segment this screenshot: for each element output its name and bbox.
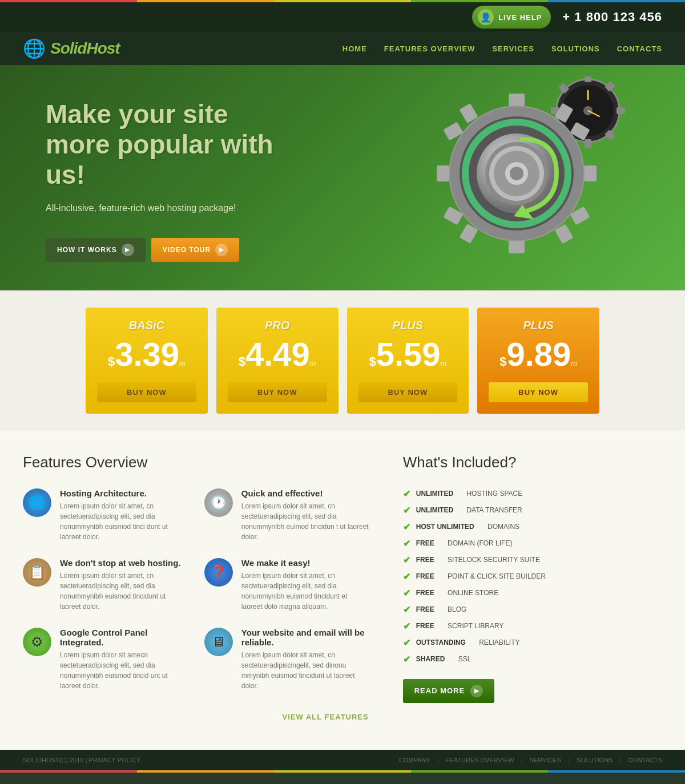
globe-feature-icon: 🌐 (23, 488, 51, 517)
list-item: ✔ FREE ONLINE STORE (403, 588, 662, 599)
nav-contacts[interactable]: CONTACTS (617, 45, 662, 53)
buy-now-basic[interactable]: BUY NOW (97, 382, 196, 402)
check-icon: ✔ (403, 637, 410, 648)
footer: SOLIDHOST(C) 2010 | PRIVACY POLICY COMPA… (0, 750, 685, 770)
question-feature-icon: ❓ (204, 558, 233, 587)
play-icon-1: ▶ (122, 244, 134, 256)
plan-name-plus1: PLUS (358, 319, 458, 332)
header: 🌐 SolidHost HOME FEATURES OVERVIEW SERVI… (0, 32, 685, 65)
nav-home[interactable]: HOME (342, 45, 367, 53)
feature-google: ⚙ Google Control Panel Integrated. Lorem… (23, 628, 187, 691)
price-basic: $ 3.39 m (97, 338, 196, 371)
list-item: ✔ HOST UNLIMITED DOMAINS (403, 522, 662, 532)
main-nav: HOME FEATURES OVERVIEW SERVICES SOLUTION… (342, 45, 662, 53)
video-tour-button[interactable]: VIDEO TOUR ▶ (151, 238, 239, 262)
included-title: What's Included? (403, 454, 662, 471)
list-item: ✔ FREE SCRIPT LIBRARY (403, 621, 662, 632)
footer-links: COMPANY | FEATURES OVERVIEW | SERVICES |… (399, 757, 662, 763)
live-help-label: LIVE HELP (498, 13, 542, 22)
nav-features-overview[interactable]: FEATURES OVERVIEW (384, 45, 476, 53)
price-plus2: $ 9.89 m (489, 338, 588, 371)
plan-name-pro: PRO (228, 319, 327, 332)
top-bar: 👤 LIVE HELP + 1 800 123 456 (0, 2, 685, 32)
buy-now-pro[interactable]: BUY NOW (228, 382, 327, 402)
live-help-icon: 👤 (478, 9, 494, 25)
color-stripe-bottom (0, 770, 685, 773)
hero-section: Make your site more popular with us! All… (0, 65, 685, 290)
list-item: ✔ FREE SITELOCK SECURITY SUITE (403, 555, 662, 565)
feature-web-title: We don't stop at web hosting. (60, 558, 187, 568)
svg-point-33 (510, 167, 523, 180)
features-section: Features Overview 🌐 Hosting Architecture… (23, 454, 369, 721)
nav-solutions[interactable]: SOLUTIONS (551, 45, 600, 53)
price-card-pro: PRO $ 4.49 m BUY NOW (216, 308, 339, 414)
live-help-button[interactable]: 👤 LIVE HELP (472, 6, 551, 29)
svg-rect-16 (437, 165, 449, 181)
price-plus1: $ 5.59 m (358, 338, 458, 371)
feature-reliable-desc: Lorem ipsum dolor sit amet, cn sectetuer… (241, 650, 369, 691)
feature-reliable-text: Your website and email will be reliable.… (241, 628, 369, 691)
svg-rect-15 (584, 165, 597, 181)
feature-easy-title: We make it easy! (241, 558, 369, 568)
feature-hosting-title: Hosting Architecture. (60, 488, 187, 498)
footer-link-features[interactable]: FEATURES OVERVIEW (446, 757, 514, 763)
pricing-grid: BASiC $ 3.39 m BUY NOW PRO $ 4.49 m BUY … (86, 308, 599, 414)
check-icon: ✔ (403, 538, 410, 549)
how-it-works-label: HOW IT WORKS (57, 246, 117, 254)
footer-link-contacts[interactable]: CONTACTS (628, 757, 662, 763)
footer-link-solutions[interactable]: SOLUTIONS (577, 757, 613, 763)
features-grid: 🌐 Hosting Architecture. Lorem ipsum dolo… (23, 488, 369, 707)
clipboard-feature-icon: 📋 (23, 558, 51, 587)
hero-title: Make your site more popular with us! (46, 99, 291, 190)
feature-easy: ❓ We make it easy! Lorem ipsum dolor sit… (204, 558, 369, 612)
feature-google-text: Google Control Panel Integrated. Lorem i… (60, 628, 187, 691)
view-all-features-link[interactable]: VIEW ALL FEATURES (23, 713, 369, 721)
check-icon: ✔ (403, 555, 410, 565)
plan-name-basic: BASiC (97, 319, 196, 332)
pricing-section: BASiC $ 3.39 m BUY NOW PRO $ 4.49 m BUY … (0, 290, 685, 431)
feature-google-title: Google Control Panel Integrated. (60, 628, 187, 647)
list-item: ✔ UNLIMITED DATA TRANSFER (403, 505, 662, 516)
svg-rect-5 (616, 107, 625, 114)
read-more-label: READ MORE (414, 686, 465, 695)
nav-services[interactable]: SERVICES (492, 45, 534, 53)
gear-feature-icon: ⚙ (23, 628, 51, 656)
list-item: ✔ FREE DOMAIN (FOR LIFE) (403, 538, 662, 549)
included-section: What's Included? ✔ UNLIMITED HOSTING SPA… (403, 454, 662, 721)
feature-reliable-title: Your website and email will be reliable. (241, 628, 369, 647)
feature-reliable: 🖥 Your website and email will be reliabl… (204, 628, 369, 691)
feature-quick-title: Quick and effective! (241, 488, 369, 498)
svg-rect-13 (509, 94, 525, 106)
play-icon-2: ▶ (215, 244, 228, 256)
list-item: ✔ SHARED SSL (403, 654, 662, 665)
feature-hosting-text: Hosting Architecture. Lorem ipsum dolor … (60, 488, 187, 542)
footer-link-services[interactable]: SERVICES (530, 757, 561, 763)
list-item: ✔ UNLIMITED HOSTING SPACE (403, 488, 662, 499)
feature-quick: 🕐 Quick and effective! Lorem ipsum dolor… (204, 488, 369, 542)
read-more-play-icon: ▶ (470, 685, 483, 697)
video-tour-label: VIDEO TOUR (163, 246, 211, 254)
feature-easy-text: We make it easy! Lorem ipsum dolor sit a… (241, 558, 369, 612)
footer-link-company[interactable]: COMPANY (399, 757, 430, 763)
buy-now-plus2[interactable]: BUY NOW (489, 382, 588, 402)
hero-subtitle: All-inclusive, feature-rich web hosting … (46, 201, 291, 215)
feature-quick-desc: Lorem ipsum dolor sit amet, cn sectetuer… (241, 501, 369, 542)
check-icon: ✔ (403, 654, 410, 665)
monitor-feature-icon: 🖥 (204, 628, 233, 656)
svg-rect-14 (509, 241, 525, 253)
logo: 🌐 SolidHost (23, 38, 120, 59)
read-more-button[interactable]: READ MORE ▶ (403, 679, 494, 703)
check-icon: ✔ (403, 505, 410, 516)
svg-rect-3 (585, 76, 591, 82)
price-pro: $ 4.49 m (228, 338, 327, 371)
footer-copyright: SOLIDHOST(C) 2010 | PRIVACY POLICY (23, 757, 140, 763)
how-it-works-button[interactable]: HOW IT WORKS ▶ (46, 238, 146, 262)
feature-web-text: We don't stop at web hosting. Lorem ipsu… (60, 558, 187, 612)
list-item: ✔ FREE POINT & CLICK SITE BUILDER (403, 571, 662, 582)
phone-number: + 1 800 123 456 (562, 10, 662, 25)
feature-hosting-desc: Lorem ipsum dolor sit amet, cn sectetuer… (60, 501, 187, 542)
buy-now-plus1[interactable]: BUY NOW (358, 382, 458, 402)
price-card-plus2: PLUS $ 9.89 m BUY NOW (477, 308, 599, 414)
check-icon: ✔ (403, 571, 410, 582)
check-icon: ✔ (403, 522, 410, 532)
